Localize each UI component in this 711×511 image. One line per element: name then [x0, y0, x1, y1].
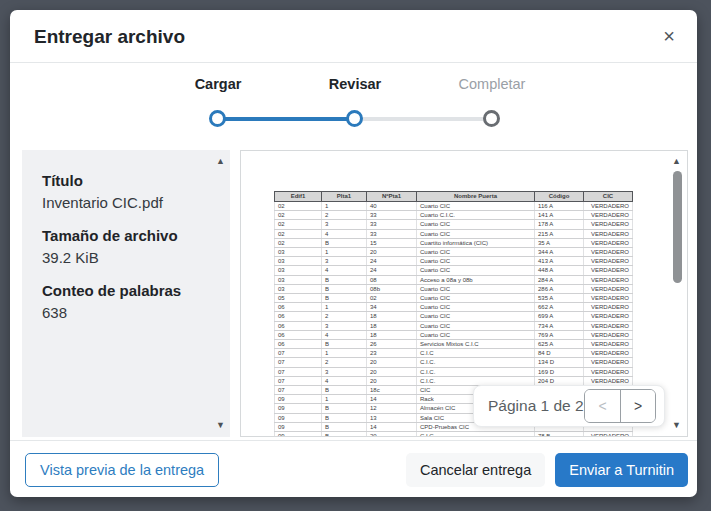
scroll-up-icon[interactable]: ▲ — [216, 157, 225, 166]
cancel-submission-button[interactable]: Cancelar entrega — [406, 453, 545, 487]
column-header: Nombre Puerta — [417, 192, 535, 202]
column-header: Edif1 — [275, 192, 322, 202]
table-row: 02 B 15 Cuartito informática (CIC) 35 A … — [275, 238, 633, 247]
pagination-overlay: Página 1 de 2 < > — [473, 385, 665, 427]
table-row: 05 B 02 Cuarto CIC 535 A VERDADERO — [275, 294, 633, 303]
file-size-value: 39.2 KiB — [42, 247, 216, 269]
stepper-segment-done — [218, 117, 355, 121]
dialog-footer: Vista previa de la entrega Cancelar entr… — [10, 440, 697, 497]
table-row: 06 B 26 Servicios Mixtos C.I.C 625 A VER… — [275, 340, 633, 349]
dialog-header: Entregar archivo × — [10, 10, 697, 63]
word-count-value: 638 — [42, 302, 216, 324]
step-label-revisar: Revisar — [329, 76, 381, 92]
scroll-up-icon[interactable]: ▲ — [672, 157, 681, 166]
table-header-row: Edif1 Plta1 NºPta1 Nombre Puerta Código … — [275, 192, 633, 202]
table-row: 02 2 33 Cuarto C.I.C. 141 A VERDADERO — [275, 211, 633, 220]
column-header: NºPta1 — [367, 192, 417, 202]
step-label-cargar: Cargar — [195, 76, 242, 92]
table-row: 09 B 20 C.I.C 78 B VERDADERO — [275, 432, 633, 437]
table-row: 06 3 18 Cuarto CIC 734 A VERDADERO — [275, 321, 633, 330]
table-row: 02 3 33 Cuarto CIC 178 A VERDADERO — [275, 220, 633, 229]
table-row: 06 2 18 Cuarto CIC 699 A VERDADERO — [275, 312, 633, 321]
table-row: 06 4 18 Cuarto CIC 769 A VERDADERO — [275, 330, 633, 339]
progress-stepper: Cargar Revisar Completar — [10, 62, 697, 140]
step-dot-cargar — [209, 110, 226, 127]
submit-file-dialog: Entregar archivo × Cargar Revisar Comple… — [10, 10, 697, 497]
preview-submission-button[interactable]: Vista previa de la entrega — [25, 453, 219, 487]
submit-to-turnitin-button[interactable]: Enviar a Turnitin — [555, 453, 688, 487]
page-indicator: Página 1 de 2 — [488, 397, 584, 415]
file-info-content: Título Inventario CIC.pdf Tamaño de arch… — [22, 150, 230, 324]
close-icon[interactable]: × — [661, 24, 677, 48]
table-row: 03 3 24 Cuarto CIC 413 A VERDADERO — [275, 257, 633, 266]
table-row: 02 1 40 Cuarto CIC 116 A VERDADERO — [275, 202, 633, 211]
previous-page-button[interactable]: < — [585, 390, 620, 422]
table-row: 07 2 20 C.I.C. 134 D VERDADERO — [275, 358, 633, 367]
table-row: 03 1 20 Cuarto CIC 344 A VERDADERO — [275, 248, 633, 257]
step-label-completar: Completar — [459, 76, 526, 92]
pagination-buttons: < > — [584, 389, 656, 423]
scrollbar-thumb[interactable] — [673, 171, 682, 283]
table-row: 07 1 23 C.I.C 84 D VERDADERO — [275, 349, 633, 358]
table-row: 02 4 33 Cuarto CIC 215 A VERDADERO — [275, 229, 633, 238]
column-header: CIC — [584, 192, 633, 202]
table-row: 06 1 34 Cuarto CIC 662 A VERDADERO — [275, 303, 633, 312]
stepper-segment-todo — [355, 117, 492, 121]
scroll-down-icon[interactable]: ▼ — [672, 421, 681, 430]
footer-action-buttons: Cancelar entrega Enviar a Turnitin — [406, 453, 688, 487]
column-header: Código — [535, 192, 584, 202]
file-title-label: Título — [42, 170, 216, 192]
word-count-label: Conteo de palabras — [42, 280, 216, 302]
file-size-label: Tamaño de archivo — [42, 225, 216, 247]
file-title-value: Inventario CIC.pdf — [42, 192, 216, 214]
file-info-panel: Título Inventario CIC.pdf Tamaño de arch… — [22, 150, 230, 437]
table-row: 07 3 20 C.I.C. 169 D VERDADERO — [275, 367, 633, 376]
document-preview-panel: Edif1 Plta1 NºPta1 Nombre Puerta Código … — [240, 150, 688, 437]
step-dot-completar — [483, 110, 500, 127]
column-header: Plta1 — [322, 192, 367, 202]
table-row: 03 4 24 Cuarto CIC 448 A VERDADERO — [275, 266, 633, 275]
dialog-title: Entregar archivo — [34, 26, 185, 48]
table-row: 03 B 08b Cuarto CIC 286 A VERDADERO — [275, 284, 633, 293]
scroll-down-icon[interactable]: ▼ — [216, 421, 225, 430]
next-page-button[interactable]: > — [620, 390, 655, 422]
step-dot-revisar — [346, 110, 363, 127]
table-row: 03 B 08 Acceso a 08a y 08b 284 A VERDADE… — [275, 275, 633, 284]
